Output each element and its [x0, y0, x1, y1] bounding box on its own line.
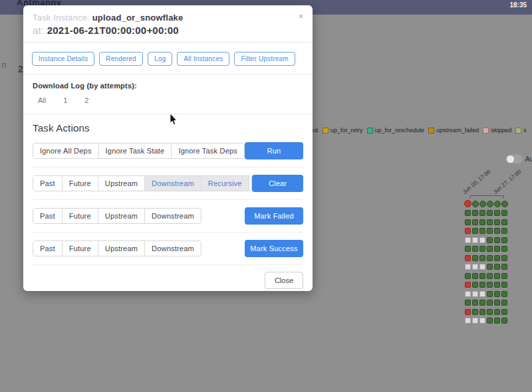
downstream-option[interactable]: Downstream — [144, 176, 201, 191]
task-instance-square[interactable] — [494, 228, 500, 234]
ignore-all-deps-option[interactable]: Ignore All Deps — [33, 144, 98, 158]
task-instance-square[interactable] — [487, 300, 493, 306]
task-instance-square[interactable] — [472, 246, 478, 252]
task-instance-square[interactable] — [465, 282, 471, 288]
dag-run-circle[interactable] — [494, 201, 501, 207]
ignore-task-deps-option[interactable]: Ignore Task Deps — [171, 144, 244, 158]
past-option[interactable]: Past — [33, 209, 62, 223]
mark-success-button[interactable]: Mark Success — [245, 240, 303, 257]
task-instance-square[interactable] — [479, 291, 485, 297]
task-instance-square[interactable] — [501, 273, 507, 279]
task-instance-square[interactable] — [472, 264, 478, 270]
task-instance-square[interactable] — [479, 273, 485, 279]
task-instance-square[interactable] — [487, 255, 493, 261]
task-instance-square[interactable] — [465, 228, 471, 234]
task-instance-square[interactable] — [465, 255, 471, 261]
task-instance-square[interactable] — [487, 309, 493, 315]
task-instance-square[interactable] — [479, 219, 485, 225]
task-instance-square[interactable] — [465, 246, 471, 252]
task-instance-square[interactable] — [501, 282, 507, 288]
task-instance-square[interactable] — [479, 309, 485, 315]
task-instance-square[interactable] — [472, 291, 478, 297]
dag-run-circle[interactable] — [464, 200, 471, 207]
upstream-option[interactable]: Upstream — [98, 241, 144, 256]
dag-run-circle[interactable] — [472, 201, 479, 207]
downstream-option[interactable]: Downstream — [144, 241, 201, 256]
task-instance-square[interactable] — [487, 282, 493, 288]
rendered-button[interactable]: Rendered — [99, 52, 143, 66]
task-instance-square[interactable] — [487, 273, 493, 279]
task-instance-square[interactable] — [472, 318, 478, 324]
future-option[interactable]: Future — [62, 176, 98, 191]
upstream-option[interactable]: Upstream — [98, 176, 144, 191]
attempt-link-1[interactable]: 1 — [63, 96, 67, 104]
task-instance-square[interactable] — [472, 219, 478, 225]
task-instance-square[interactable] — [472, 228, 478, 234]
run-button[interactable]: Run — [245, 142, 303, 159]
past-option[interactable]: Past — [33, 176, 62, 191]
attempt-link-2[interactable]: 2 — [84, 96, 88, 104]
task-instance-square[interactable] — [465, 210, 471, 216]
task-instance-square[interactable] — [487, 210, 493, 216]
task-instance-square[interactable] — [465, 300, 471, 306]
task-instance-square[interactable] — [465, 237, 471, 243]
task-instance-square[interactable] — [479, 255, 485, 261]
task-instance-square[interactable] — [479, 210, 485, 216]
task-instance-square[interactable] — [494, 282, 500, 288]
task-instance-square[interactable] — [487, 237, 493, 243]
task-instance-square[interactable] — [501, 246, 507, 252]
task-instance-square[interactable] — [487, 246, 493, 252]
task-instance-square[interactable] — [479, 246, 485, 252]
past-option[interactable]: Past — [33, 241, 62, 256]
task-instance-square[interactable] — [501, 210, 507, 216]
attempt-link-all[interactable]: All — [38, 96, 46, 104]
task-instance-square[interactable] — [487, 219, 493, 225]
all-instances-button[interactable]: All Instances — [177, 52, 229, 66]
task-instance-square[interactable] — [494, 237, 500, 243]
task-instance-square[interactable] — [501, 318, 507, 324]
task-instance-square[interactable] — [465, 318, 471, 324]
task-instance-square[interactable] — [472, 300, 478, 306]
task-instance-square[interactable] — [479, 228, 485, 234]
task-instance-square[interactable] — [501, 300, 507, 306]
clear-button[interactable]: Clear — [252, 175, 303, 192]
task-instance-square[interactable] — [465, 291, 471, 297]
task-instance-square[interactable] — [494, 273, 500, 279]
task-instance-square[interactable] — [487, 318, 493, 324]
task-instance-square[interactable] — [487, 228, 493, 234]
task-instance-square[interactable] — [472, 255, 478, 261]
task-instance-square[interactable] — [479, 264, 485, 270]
filter-upstream-button[interactable]: Filter Upstream — [234, 52, 295, 66]
recursive-option[interactable]: Recursive — [201, 176, 249, 191]
close-button[interactable]: Close — [265, 272, 303, 289]
task-instance-square[interactable] — [494, 318, 500, 324]
task-instance-square[interactable] — [494, 264, 500, 270]
task-instance-square[interactable] — [501, 228, 507, 234]
task-instance-square[interactable] — [501, 237, 507, 243]
dag-run-circle[interactable] — [479, 201, 486, 207]
task-instance-square[interactable] — [494, 246, 500, 252]
auto-refresh-toggle[interactable] — [506, 155, 523, 163]
task-instance-square[interactable] — [494, 210, 500, 216]
task-instance-square[interactable] — [501, 309, 507, 315]
close-icon[interactable]: × — [297, 11, 305, 23]
task-instance-square[interactable] — [479, 318, 485, 324]
mark-failed-button[interactable]: Mark Failed — [245, 207, 303, 225]
task-instance-square[interactable] — [494, 255, 500, 261]
task-instance-square[interactable] — [487, 264, 493, 270]
task-instance-square[interactable] — [465, 309, 471, 315]
task-instance-square[interactable] — [501, 264, 507, 270]
instance-details-button[interactable]: Instance Details — [32, 52, 94, 66]
task-instance-square[interactable] — [501, 255, 507, 261]
task-instance-square[interactable] — [501, 291, 507, 297]
ignore-task-state-option[interactable]: Ignore Task State — [98, 144, 172, 158]
task-instance-square[interactable] — [479, 300, 485, 306]
downstream-option[interactable]: Downstream — [144, 209, 201, 223]
task-instance-square[interactable] — [494, 309, 500, 315]
upstream-option[interactable]: Upstream — [98, 209, 144, 223]
task-instance-square[interactable] — [487, 291, 493, 297]
task-instance-square[interactable] — [465, 264, 471, 270]
task-instance-square[interactable] — [472, 282, 478, 288]
task-instance-square[interactable] — [479, 237, 485, 243]
future-option[interactable]: Future — [62, 209, 98, 223]
